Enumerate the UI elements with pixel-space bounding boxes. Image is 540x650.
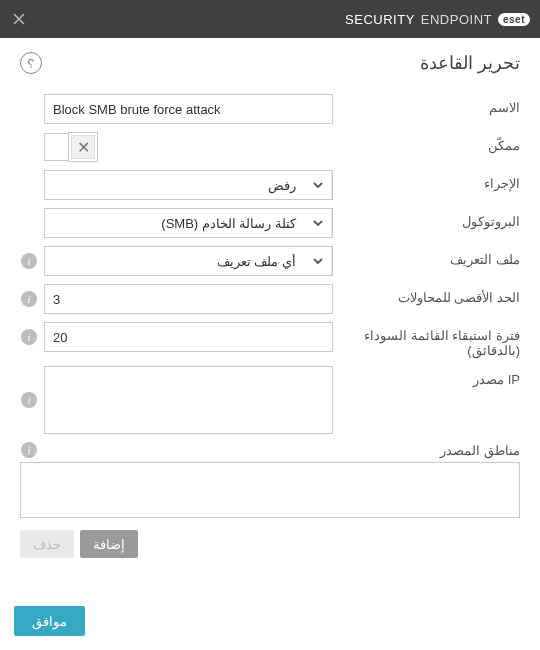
info-icon[interactable]: i [21, 291, 37, 307]
info-icon[interactable]: i [21, 392, 37, 408]
blacklist-input[interactable] [44, 322, 333, 352]
src-ip-label: IP مصدر [345, 366, 520, 387]
src-zones-label: مناطق المصدر [440, 443, 520, 458]
protocol-label: البروتوكول [345, 208, 520, 229]
info-icon[interactable]: i [21, 442, 37, 458]
info-icon[interactable]: i [21, 329, 37, 345]
profile-value: أي ملف تعريف [45, 254, 304, 269]
enabled-label: ممكّن [345, 132, 520, 153]
protocol-select[interactable]: كتلة رسالة الخادم (SMB) [44, 208, 333, 238]
check-x-icon: ✕ [71, 135, 95, 159]
chevron-down-icon [304, 247, 332, 275]
enabled-checkbox[interactable]: ✕ [68, 132, 98, 162]
name-label: الاسم [345, 94, 520, 115]
protocol-value: كتلة رسالة الخادم (SMB) [45, 216, 304, 231]
page-title: تحرير القاعدة [420, 52, 520, 74]
help-icon[interactable]: ? [20, 52, 42, 74]
name-input[interactable] [44, 94, 333, 124]
max-attempts-input[interactable] [44, 284, 333, 314]
src-ip-textarea[interactable] [44, 366, 333, 434]
brand: eset ENDPOINT SECURITY [345, 12, 530, 27]
action-value: رفض [45, 178, 304, 193]
brand-logo: eset [498, 13, 530, 26]
action-label: الإجراء [345, 170, 520, 191]
dialog-footer: موافق [14, 606, 85, 636]
titlebar: eset ENDPOINT SECURITY [0, 0, 540, 38]
action-select[interactable]: رفض [44, 170, 333, 200]
brand-bold: SECURITY [345, 12, 415, 27]
max-attempts-label: الحد الأقصى للمحاولات [345, 284, 520, 305]
src-zones-textarea[interactable] [20, 462, 520, 518]
blacklist-label: فترة استبقاء القائمة السوداء (بالدقائق) [345, 322, 520, 358]
info-icon[interactable]: i [21, 253, 37, 269]
brand-thin: ENDPOINT [421, 12, 492, 27]
ok-button[interactable]: موافق [14, 606, 85, 636]
page-header: ? تحرير القاعدة [0, 38, 540, 84]
rule-form: الاسم ممكّن ✕ الإجراء [0, 84, 540, 558]
profile-label: ملف التعريف [345, 246, 520, 267]
close-icon[interactable] [10, 10, 28, 28]
chevron-down-icon [304, 171, 332, 199]
profile-select[interactable]: أي ملف تعريف [44, 246, 333, 276]
chevron-down-icon [304, 209, 332, 237]
add-button[interactable]: إضافة [80, 530, 138, 558]
delete-button: حذف [20, 530, 74, 558]
